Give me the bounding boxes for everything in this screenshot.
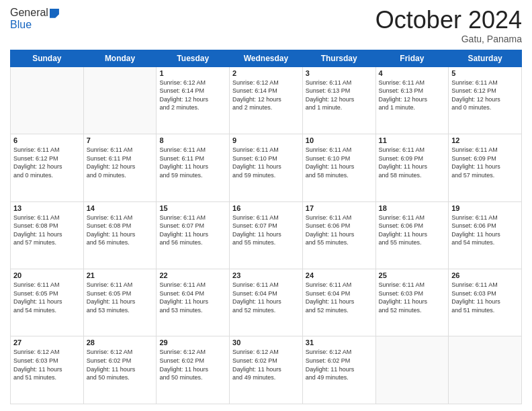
cell-info: Sunrise: 6:11 AM Sunset: 6:06 PM Dayligh… xyxy=(379,214,446,247)
calendar-cell: 24Sunrise: 6:11 AM Sunset: 6:04 PM Dayli… xyxy=(302,269,375,336)
cell-info: Sunrise: 6:11 AM Sunset: 6:12 PM Dayligh… xyxy=(451,79,519,112)
calendar-cell: 10Sunrise: 6:11 AM Sunset: 6:10 PM Dayli… xyxy=(302,134,375,201)
day-number: 31 xyxy=(306,338,373,347)
day-number: 22 xyxy=(159,271,226,279)
title-block: October 2024 Gatu, Panama xyxy=(375,7,522,44)
day-number: 26 xyxy=(451,271,519,279)
calendar-cell: 25Sunrise: 6:11 AM Sunset: 6:03 PM Dayli… xyxy=(375,269,449,336)
day-number: 12 xyxy=(451,136,519,144)
day-number: 29 xyxy=(159,338,226,347)
cell-info: Sunrise: 6:12 AM Sunset: 6:14 PM Dayligh… xyxy=(232,79,300,112)
calendar-cell: 3Sunrise: 6:11 AM Sunset: 6:13 PM Daylig… xyxy=(302,66,375,134)
day-number: 1 xyxy=(159,69,226,77)
day-header-friday: Friday xyxy=(375,50,449,66)
day-number: 20 xyxy=(13,271,81,279)
calendar-cell: 26Sunrise: 6:11 AM Sunset: 6:03 PM Dayli… xyxy=(449,269,522,336)
day-number: 2 xyxy=(232,69,300,77)
day-number: 15 xyxy=(159,204,226,212)
cell-info: Sunrise: 6:11 AM Sunset: 6:04 PM Dayligh… xyxy=(159,281,226,314)
calendar-cell xyxy=(449,336,522,404)
calendar-table: SundayMondayTuesdayWednesdayThursdayFrid… xyxy=(10,50,522,404)
day-number: 7 xyxy=(87,136,154,144)
logo-line1: General xyxy=(10,7,59,19)
calendar-week-1: 1Sunrise: 6:12 AM Sunset: 6:14 PM Daylig… xyxy=(11,66,522,134)
calendar-cell: 17Sunrise: 6:11 AM Sunset: 6:06 PM Dayli… xyxy=(302,201,375,269)
logo: General Blue xyxy=(10,7,59,31)
day-number: 18 xyxy=(379,204,446,212)
calendar-cell: 21Sunrise: 6:11 AM Sunset: 6:05 PM Dayli… xyxy=(83,269,157,336)
cell-info: Sunrise: 6:12 AM Sunset: 6:02 PM Dayligh… xyxy=(306,348,373,381)
calendar-cell: 8Sunrise: 6:11 AM Sunset: 6:11 PM Daylig… xyxy=(157,134,230,201)
cell-info: Sunrise: 6:11 AM Sunset: 6:13 PM Dayligh… xyxy=(379,79,446,112)
day-number: 30 xyxy=(232,338,300,347)
cell-info: Sunrise: 6:11 AM Sunset: 6:10 PM Dayligh… xyxy=(232,146,300,179)
calendar-cell: 28Sunrise: 6:12 AM Sunset: 6:02 PM Dayli… xyxy=(83,336,157,404)
day-number: 5 xyxy=(451,69,519,77)
cell-info: Sunrise: 6:11 AM Sunset: 6:06 PM Dayligh… xyxy=(451,214,519,247)
cell-info: Sunrise: 6:11 AM Sunset: 6:05 PM Dayligh… xyxy=(87,281,154,314)
calendar-week-5: 27Sunrise: 6:12 AM Sunset: 6:03 PM Dayli… xyxy=(11,336,522,404)
page: General Blue October 2024 Gatu, Panama S… xyxy=(0,0,532,411)
day-number: 10 xyxy=(306,136,373,144)
calendar-cell: 15Sunrise: 6:11 AM Sunset: 6:07 PM Dayli… xyxy=(157,201,230,269)
logo-icon xyxy=(50,9,59,18)
calendar-cell: 19Sunrise: 6:11 AM Sunset: 6:06 PM Dayli… xyxy=(449,201,522,269)
day-number: 24 xyxy=(306,271,373,279)
calendar-cell: 20Sunrise: 6:11 AM Sunset: 6:05 PM Dayli… xyxy=(11,269,84,336)
day-number: 28 xyxy=(87,338,154,347)
day-number: 19 xyxy=(451,204,519,212)
cell-info: Sunrise: 6:12 AM Sunset: 6:14 PM Dayligh… xyxy=(159,79,226,112)
calendar-cell: 9Sunrise: 6:11 AM Sunset: 6:10 PM Daylig… xyxy=(230,134,303,201)
day-header-tuesday: Tuesday xyxy=(157,50,230,66)
day-header-monday: Monday xyxy=(83,50,157,66)
cell-info: Sunrise: 6:12 AM Sunset: 6:03 PM Dayligh… xyxy=(13,348,81,381)
cell-info: Sunrise: 6:12 AM Sunset: 6:02 PM Dayligh… xyxy=(232,348,300,381)
calendar-cell: 14Sunrise: 6:11 AM Sunset: 6:08 PM Dayli… xyxy=(83,201,157,269)
calendar-cell: 6Sunrise: 6:11 AM Sunset: 6:12 PM Daylig… xyxy=(11,134,84,201)
logo-general-text: General xyxy=(10,7,48,18)
calendar-week-2: 6Sunrise: 6:11 AM Sunset: 6:12 PM Daylig… xyxy=(11,134,522,201)
day-number: 8 xyxy=(159,136,226,144)
calendar-cell: 31Sunrise: 6:12 AM Sunset: 6:02 PM Dayli… xyxy=(302,336,375,404)
calendar-week-3: 13Sunrise: 6:11 AM Sunset: 6:08 PM Dayli… xyxy=(11,201,522,269)
day-number: 16 xyxy=(232,204,300,212)
cell-info: Sunrise: 6:11 AM Sunset: 6:07 PM Dayligh… xyxy=(232,214,300,247)
cell-info: Sunrise: 6:11 AM Sunset: 6:04 PM Dayligh… xyxy=(306,281,373,314)
day-number: 27 xyxy=(13,338,81,347)
calendar-cell: 2Sunrise: 6:12 AM Sunset: 6:14 PM Daylig… xyxy=(230,66,303,134)
calendar-cell: 4Sunrise: 6:11 AM Sunset: 6:13 PM Daylig… xyxy=(375,66,449,134)
header: General Blue October 2024 Gatu, Panama xyxy=(10,7,522,44)
day-header-thursday: Thursday xyxy=(302,50,375,66)
cell-info: Sunrise: 6:11 AM Sunset: 6:08 PM Dayligh… xyxy=(87,214,154,247)
calendar-cell: 27Sunrise: 6:12 AM Sunset: 6:03 PM Dayli… xyxy=(11,336,84,404)
calendar-cell xyxy=(83,66,157,134)
cell-info: Sunrise: 6:11 AM Sunset: 6:03 PM Dayligh… xyxy=(451,281,519,314)
day-number: 17 xyxy=(306,204,373,212)
calendar-cell: 13Sunrise: 6:11 AM Sunset: 6:08 PM Dayli… xyxy=(11,201,84,269)
day-number: 3 xyxy=(306,69,373,77)
location: Gatu, Panama xyxy=(375,34,522,44)
calendar-week-4: 20Sunrise: 6:11 AM Sunset: 6:05 PM Dayli… xyxy=(11,269,522,336)
day-number: 21 xyxy=(87,271,154,279)
day-header-wednesday: Wednesday xyxy=(230,50,303,66)
cell-info: Sunrise: 6:11 AM Sunset: 6:08 PM Dayligh… xyxy=(13,214,81,247)
cell-info: Sunrise: 6:12 AM Sunset: 6:02 PM Dayligh… xyxy=(159,348,226,381)
logo-blue-text: Blue xyxy=(10,19,32,31)
day-number: 6 xyxy=(13,136,81,144)
cell-info: Sunrise: 6:11 AM Sunset: 6:07 PM Dayligh… xyxy=(159,214,226,247)
calendar-cell: 30Sunrise: 6:12 AM Sunset: 6:02 PM Dayli… xyxy=(230,336,303,404)
day-number: 13 xyxy=(13,204,81,212)
cell-info: Sunrise: 6:11 AM Sunset: 6:10 PM Dayligh… xyxy=(306,146,373,179)
month-title: October 2024 xyxy=(375,7,522,34)
day-number: 4 xyxy=(379,69,446,77)
cell-info: Sunrise: 6:11 AM Sunset: 6:04 PM Dayligh… xyxy=(232,281,300,314)
header-row: SundayMondayTuesdayWednesdayThursdayFrid… xyxy=(11,50,522,66)
cell-info: Sunrise: 6:11 AM Sunset: 6:12 PM Dayligh… xyxy=(13,146,81,179)
cell-info: Sunrise: 6:11 AM Sunset: 6:09 PM Dayligh… xyxy=(379,146,446,179)
day-number: 9 xyxy=(232,136,300,144)
calendar-cell: 22Sunrise: 6:11 AM Sunset: 6:04 PM Dayli… xyxy=(157,269,230,336)
calendar-cell: 18Sunrise: 6:11 AM Sunset: 6:06 PM Dayli… xyxy=(375,201,449,269)
cell-info: Sunrise: 6:11 AM Sunset: 6:05 PM Dayligh… xyxy=(13,281,81,314)
calendar-cell: 11Sunrise: 6:11 AM Sunset: 6:09 PM Dayli… xyxy=(375,134,449,201)
calendar-cell: 23Sunrise: 6:11 AM Sunset: 6:04 PM Dayli… xyxy=(230,269,303,336)
